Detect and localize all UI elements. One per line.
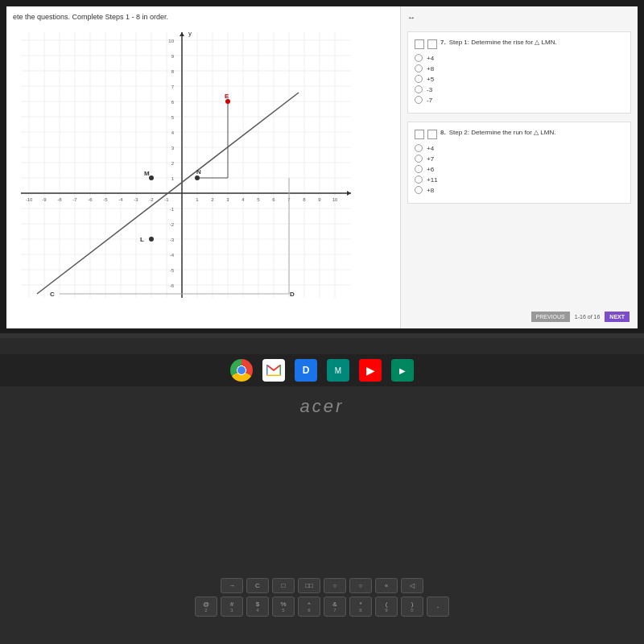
right-panel: ↔ 7. Step 1: Determine the rise for △ LM… (401, 6, 638, 328)
svg-text:6: 6 (171, 100, 175, 105)
key-fullscreen[interactable]: □ (272, 578, 295, 593)
svg-text:8: 8 (303, 197, 306, 202)
q7-radio-4[interactable] (415, 85, 423, 93)
key-9[interactable]: (9 (375, 597, 398, 617)
key-refresh[interactable]: C (246, 578, 269, 593)
q8-radio-3[interactable] (415, 165, 423, 173)
q7-radio-1[interactable] (415, 54, 423, 62)
svg-text:-3: -3 (170, 237, 175, 242)
q7-label-5: -7 (427, 97, 432, 104)
svg-text:4: 4 (171, 130, 175, 135)
q8-option-3[interactable]: +6 (415, 165, 624, 173)
svg-text:5: 5 (171, 115, 175, 120)
svg-text:1: 1 (196, 197, 199, 202)
key-8[interactable]: *8 (349, 597, 372, 617)
svg-text:9: 9 (171, 54, 175, 59)
svg-text:6: 6 (272, 197, 275, 202)
q8-label-5: +8 (427, 187, 434, 194)
q8-option-2[interactable]: +7 (415, 155, 624, 163)
svg-text:-5: -5 (103, 197, 108, 202)
svg-point-93 (149, 237, 154, 242)
youtube-icon[interactable]: ▶ (359, 359, 382, 382)
q7-option-4[interactable]: -3 (415, 85, 624, 93)
svg-text:-4: -4 (170, 253, 175, 258)
key-window[interactable]: □□ (298, 578, 320, 593)
q8-option-4[interactable]: +11 (415, 175, 624, 184)
key-brightness-down[interactable]: ○ (324, 578, 346, 593)
chrome-icon[interactable] (230, 359, 253, 382)
svg-text:-10: -10 (26, 197, 33, 202)
question-7-checkbox[interactable] (415, 39, 424, 49)
svg-point-91 (149, 175, 154, 180)
svg-text:3: 3 (171, 146, 175, 151)
key-2[interactable]: @2 (195, 597, 217, 617)
svg-text:7: 7 (171, 85, 175, 89)
q7-option-3[interactable]: +5 (415, 75, 624, 83)
svg-text:10: 10 (168, 39, 174, 43)
q8-option-1[interactable]: +4 (415, 144, 624, 152)
svg-text:2: 2 (171, 161, 175, 166)
question-8-section: 8. Step 2: Determine the run for △ LMN. … (407, 122, 631, 204)
svg-text:-9: -9 (42, 197, 47, 202)
key-7[interactable]: &7 (324, 597, 346, 617)
key-0[interactable]: )0 (401, 597, 423, 617)
question-7-number: 7. (440, 39, 446, 46)
key-arrow[interactable]: → (221, 578, 243, 593)
question-8-checkbox[interactable] (415, 130, 424, 139)
q8-radio-5[interactable] (415, 186, 423, 194)
question-8-header: 8. Step 2: Determine the run for △ LMN. (415, 129, 624, 139)
svg-text:-1: -1 (164, 197, 169, 202)
q7-radio-2[interactable] (415, 64, 423, 72)
svg-text:E: E (225, 93, 229, 100)
q7-option-5[interactable]: -7 (415, 96, 624, 104)
function-key-row: → C □ □□ ○ ○ « ◁ (48, 578, 596, 593)
key-3[interactable]: #3 (221, 597, 243, 617)
q8-label-2: +7 (427, 155, 434, 163)
bottom-navigation: PREVIOUS 1-16 of 16 NEXT (531, 312, 630, 322)
svg-text:D: D (290, 291, 295, 298)
svg-marker-40 (347, 191, 351, 196)
key-minus[interactable]: - (427, 597, 449, 617)
svg-text:-2: -2 (149, 197, 154, 202)
q7-radio-5[interactable] (415, 96, 423, 104)
svg-text:1: 1 (171, 176, 175, 181)
docs-icon[interactable]: D (295, 359, 317, 382)
q8-radio-1[interactable] (415, 144, 423, 152)
svg-text:5: 5 (257, 197, 260, 202)
question-8-checkbox2[interactable] (427, 130, 437, 139)
screen-content: ete the questions. Complete Steps 1 - 8 … (6, 6, 638, 328)
q7-option-2[interactable]: +8 (415, 64, 624, 72)
svg-text:-7: -7 (72, 197, 77, 202)
taskbar: D M ▶ ▶ (0, 354, 644, 386)
key-4[interactable]: $4 (246, 597, 269, 617)
gmail-icon[interactable] (262, 359, 285, 382)
question-8-number: 8. (440, 129, 446, 136)
q7-radio-3[interactable] (415, 75, 423, 83)
q8-radio-4[interactable] (415, 175, 423, 184)
instruction-text: ete the questions. Complete Steps 1 - 8 … (13, 13, 394, 21)
arrow-indicator: ↔ (407, 13, 631, 22)
number-key-row: @2 #3 $4 %5 ^6 &7 *8 (9 )0 - (48, 597, 596, 617)
question-7-text: Step 1: Determine the rise for △ LMN. (449, 39, 557, 47)
svg-point-92 (195, 175, 200, 180)
keyboard-area: acer → C □ □□ ○ ○ « ◁ @2 #3 $4 %5 ^6 &7 (0, 386, 644, 644)
key-vol-down[interactable]: ◁ (401, 578, 423, 593)
play-store-icon[interactable]: ▶ (391, 359, 414, 382)
q8-radio-2[interactable] (415, 155, 423, 163)
question-7-checkbox2[interactable] (427, 39, 437, 49)
key-brightness-up[interactable]: ○ (349, 578, 372, 593)
graph-container: -10 -9 -8 -7 -6 -5 -4 -3 -2 -1 1 2 (13, 24, 383, 310)
svg-text:4: 4 (242, 197, 245, 202)
q8-option-5[interactable]: +8 (415, 186, 624, 194)
meet-icon[interactable]: M (327, 359, 349, 382)
key-vol-mute[interactable]: « (375, 578, 398, 593)
question-8-text: Step 2: Determine the run for △ LMN. (449, 129, 556, 137)
previous-button[interactable]: PREVIOUS (531, 312, 570, 322)
q7-option-1[interactable]: +4 (415, 54, 624, 62)
key-5[interactable]: %5 (272, 597, 295, 617)
svg-text:3: 3 (226, 197, 229, 202)
key-6[interactable]: ^6 (298, 597, 320, 617)
q8-label-3: +6 (427, 166, 434, 173)
q8-label-4: +11 (427, 176, 438, 184)
next-button[interactable]: NEXT (605, 312, 630, 322)
